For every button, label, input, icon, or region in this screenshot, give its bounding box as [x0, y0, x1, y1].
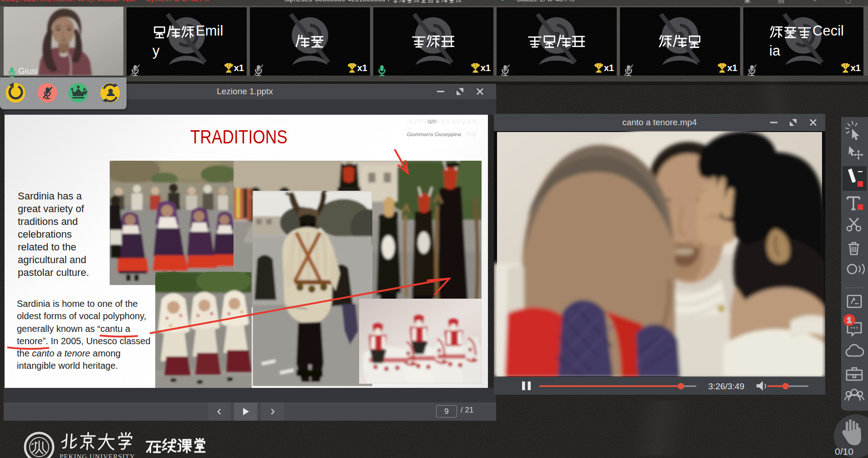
svg-text:K: K — [36, 432, 38, 435]
svg-text:G: G — [48, 436, 51, 439]
svg-text:N: N — [44, 433, 46, 436]
svg-text:3:26/3:49: 3:26/3:49 — [708, 382, 744, 391]
svg-text:1: 1 — [847, 316, 851, 325]
svg-text:I: I — [41, 432, 41, 435]
svg-text:E: E — [32, 433, 34, 436]
